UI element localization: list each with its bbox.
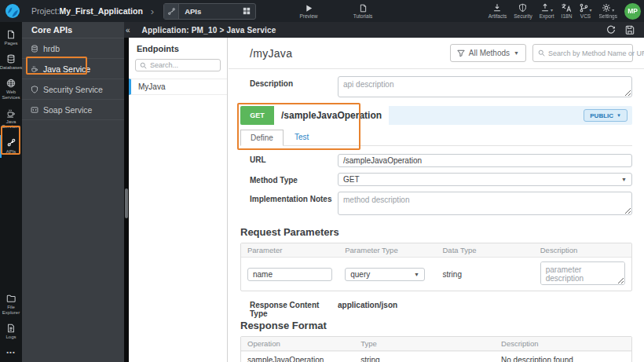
coffee-cup-icon (31, 65, 38, 73)
play-icon (305, 3, 313, 13)
endpoints-search-input[interactable]: Search... (135, 59, 221, 71)
folder-icon (6, 294, 16, 303)
url-label: URL (240, 152, 338, 167)
wavemaker-logo-icon[interactable] (5, 3, 20, 19)
method-badge-get[interactable]: GET (240, 106, 274, 125)
caret-down-icon: ▾ (589, 8, 591, 13)
shield-icon (518, 3, 527, 13)
core-apis-item-java-service[interactable]: Java Service (22, 59, 124, 79)
breadcrumb: Application: PM_10 > Java Service (142, 26, 276, 35)
filter-funnel-icon (457, 49, 465, 57)
left-icon-sidebar: Pages Databases Web Services Java Servic… (0, 22, 22, 362)
method-type-label: Method Type (240, 173, 338, 186)
sidebar-item-databases[interactable]: Databases (0, 52, 22, 74)
method-search-input[interactable]: Search by Method Name or URL... (532, 44, 633, 62)
user-avatar[interactable]: MP (624, 3, 641, 20)
save-icon[interactable] (625, 25, 635, 35)
parameter-description-textarea[interactable] (540, 261, 625, 285)
operation-tabs: Define Test (240, 130, 632, 146)
tutorials-button[interactable]: Tutorials (346, 3, 380, 19)
security-button[interactable]: Security (514, 3, 532, 19)
api-description-textarea[interactable] (338, 76, 632, 97)
sidebar-item-apis[interactable]: APIs (0, 135, 22, 158)
topbar-actions: Artifacts Security ▾ Export I18N (488, 0, 641, 22)
table-row: sampleJavaOperation string No descriptio… (241, 351, 631, 362)
database-icon (31, 45, 38, 53)
artifacts-button[interactable]: Artifacts (488, 3, 507, 19)
document-icon (359, 3, 368, 13)
response-format-heading: Response Format (240, 320, 632, 331)
column-header: Data Type (437, 243, 534, 257)
endpoints-title: Endpoints (129, 38, 227, 59)
branch-icon (579, 3, 588, 13)
i18n-button[interactable]: I18N (561, 3, 572, 19)
caret-down-icon: ▼ (414, 272, 419, 277)
table-row: query ▼ string (241, 258, 631, 291)
description-label: Description (240, 76, 338, 101)
sidebar-item-logs[interactable]: Logs (0, 321, 22, 343)
sidebar-item-file-explorer[interactable]: File Explorer (0, 291, 22, 319)
description-cell: No description found (495, 352, 631, 362)
sidebar-item-java-services[interactable]: Java Services (0, 106, 22, 133)
main-body: Description GET /sampleJavaOperation PUB… (229, 69, 644, 362)
core-apis-item-hrdb[interactable]: hrdb (22, 38, 124, 59)
grid-icon[interactable] (243, 7, 251, 15)
coffee-cup-icon (6, 108, 16, 118)
vcs-button[interactable]: ▾ VCS (579, 3, 591, 19)
shield-icon (31, 86, 38, 93)
more-options-button[interactable]: ••• (6, 349, 15, 356)
active-indicator (0, 135, 2, 158)
workspace-tab-label: APIs (179, 7, 243, 16)
scrollbar-thumb[interactable] (125, 188, 128, 218)
endpoint-item-myjava[interactable]: MyJava (129, 79, 227, 95)
column-header: Parameter Type (338, 243, 436, 257)
settings-button[interactable]: ▾ Settings (599, 3, 618, 19)
endpoints-panel: Endpoints Search... MyJava (129, 38, 228, 362)
log-file-icon (6, 324, 16, 333)
visibility-dropdown-button[interactable]: PUBLIC ▼ (584, 109, 628, 122)
request-parameters-table: Parameter Parameter Type Data Type Descr… (240, 243, 632, 291)
collapse-panel-icon[interactable]: « (124, 26, 133, 35)
caret-down-icon: ▾ (551, 8, 553, 13)
search-icon (538, 49, 545, 57)
chevron-right-icon: › (151, 5, 154, 17)
globe-icon (6, 79, 16, 88)
api-icon (164, 4, 179, 19)
all-methods-filter-button[interactable]: All Methods ▼ (450, 44, 526, 62)
method-type-select[interactable]: GET ▼ (338, 173, 632, 186)
caret-down-icon: ▼ (514, 50, 519, 56)
operation-path: /sampleJavaOperation (274, 106, 389, 125)
caret-down-icon: ▾ (612, 8, 614, 13)
tab-define[interactable]: Define (240, 130, 284, 146)
project-title: Project:My_First_Application (31, 6, 143, 16)
main-header: /myJava All Methods ▼ Search by Method N… (229, 38, 644, 69)
column-header: Type (354, 337, 495, 350)
translate-icon (561, 3, 572, 13)
tab-test[interactable]: Test (284, 129, 320, 145)
core-apis-panel: Core APIs hrdb Java Service Security Ser… (22, 22, 124, 362)
url-input[interactable] (338, 154, 632, 167)
topbar: Project:My_First_Application › APIs Prev… (0, 0, 644, 22)
column-header: Description (495, 337, 631, 350)
core-apis-item-security-service[interactable]: Security Service (22, 79, 124, 100)
page-icon (6, 30, 16, 39)
panel-scrollbar[interactable] (124, 22, 129, 362)
preview-button[interactable]: Preview (292, 3, 325, 19)
implementation-notes-textarea[interactable] (338, 192, 632, 215)
project-prefix: Project: (31, 6, 60, 16)
workspace-tab-apis[interactable]: APIs (163, 3, 256, 20)
sidebar-item-web-services[interactable]: Web Services (0, 76, 22, 104)
page-title: /myJava (240, 47, 292, 60)
parameter-type-select[interactable]: query ▼ (345, 268, 425, 281)
column-header: Description (534, 243, 631, 257)
core-apis-item-soap-service[interactable]: Soap Service (22, 100, 124, 120)
sidebar-item-pages[interactable]: Pages (0, 27, 22, 49)
column-header: Parameter (241, 243, 338, 257)
refresh-icon[interactable] (606, 25, 616, 35)
request-parameters-heading: Request Parameters (240, 226, 632, 238)
download-icon (492, 3, 502, 13)
operation-header-bar[interactable]: GET /sampleJavaOperation PUBLIC ▼ (240, 106, 632, 125)
api-icon (6, 137, 16, 148)
export-button[interactable]: ▾ Export (540, 3, 554, 19)
parameter-name-input[interactable] (247, 268, 332, 281)
